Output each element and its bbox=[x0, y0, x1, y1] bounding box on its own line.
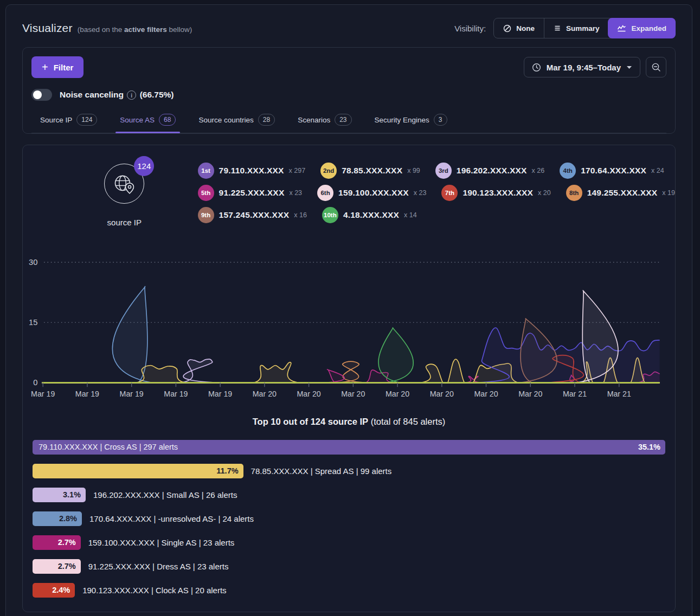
breakdown-bar[interactable]: 3.1% bbox=[33, 488, 86, 502]
plus-icon: + bbox=[42, 62, 48, 73]
visibility-option-summary[interactable]: Summary bbox=[544, 18, 609, 38]
legend-item-157-245-xxx-xxx[interactable]: 9th157.245.XXX.XXXx 16 bbox=[198, 207, 307, 223]
visibility-label: Visibility: bbox=[454, 24, 486, 33]
legend-item-170-64-xxx-xxx[interactable]: 4th170.64.XXX.XXXx 24 bbox=[560, 163, 664, 179]
x-axis-label: Mar 20 bbox=[518, 390, 542, 398]
legend-count: x 24 bbox=[651, 167, 664, 174]
header: Visualizer (based on the active filters … bbox=[6, 5, 692, 45]
breakdown-bar[interactable]: 2.7% bbox=[33, 559, 81, 574]
tab-label: Source AS bbox=[120, 116, 155, 124]
legend-item-190-123-xxx-xxx[interactable]: 7th190.123.XXX.XXXx 20 bbox=[441, 185, 550, 201]
chart-panel: 124 source IP 1st79.110.XXX.XXXx 2972nd7… bbox=[22, 145, 676, 612]
legend-count: x 20 bbox=[538, 189, 551, 197]
rank-badge: 5th bbox=[198, 185, 214, 201]
entity-block: 124 source IP bbox=[93, 156, 156, 227]
rank-badge: 9th bbox=[198, 207, 214, 223]
visibility-option-expanded[interactable]: Expanded bbox=[608, 18, 676, 38]
legend-ip: 190.123.XXX.XXX bbox=[463, 188, 533, 198]
tab-label: Source countries bbox=[198, 116, 253, 124]
breakdown-bar[interactable]: 2.4% bbox=[33, 583, 75, 598]
legend-count: x 14 bbox=[404, 211, 417, 219]
rank-badge: 1st bbox=[198, 163, 214, 179]
rank-badge: 4th bbox=[560, 163, 576, 179]
legend-item-4-18-xxx-xxx[interactable]: 10th4.18.XXX.XXXx 14 bbox=[322, 207, 417, 223]
breakdown-bar[interactable]: 2.7% bbox=[33, 535, 81, 550]
legend-item-159-100-xxx-xxx[interactable]: 6th159.100.XXX.XXXx 23 bbox=[317, 185, 426, 201]
date-range-label: Mar 19, 9:45–Today bbox=[547, 63, 621, 72]
list-icon bbox=[554, 24, 561, 32]
entity-label: source IP bbox=[93, 218, 156, 227]
legend-ip: 157.245.XXX.XXX bbox=[219, 210, 290, 220]
bar-label: 159.100.XXX.XXX | Single AS | 23 alerts bbox=[88, 538, 235, 547]
legend-ip: 79.110.XXX.XXX bbox=[219, 166, 284, 176]
x-axis-label: Mar 19 bbox=[31, 390, 55, 398]
timeline-chart: 01530Mar 19Mar 19Mar 19Mar 19Mar 19Mar 2… bbox=[23, 241, 675, 401]
visibility-option-none[interactable]: None bbox=[494, 18, 544, 38]
breakdown-bars: 79.110.XXX.XXX | Cross AS | 297 alerts35… bbox=[23, 440, 675, 598]
tab-label: Source IP bbox=[40, 116, 72, 124]
x-axis-label: Mar 20 bbox=[386, 390, 409, 398]
breakdown-row: 2.7%159.100.XXX.XXX | Single AS | 23 ale… bbox=[33, 535, 665, 550]
tab-label: Scenarios bbox=[298, 116, 330, 124]
x-axis-label: Mar 19 bbox=[208, 390, 232, 398]
noise-canceling-toggle[interactable] bbox=[31, 89, 52, 101]
main-panel: Visualizer (based on the active filters … bbox=[5, 4, 692, 616]
breakdown-row: 11.7%78.85.XXX.XXX | Spread AS | 99 aler… bbox=[33, 464, 665, 478]
bar-percentage: 2.7% bbox=[58, 538, 76, 547]
clock-icon bbox=[532, 63, 541, 72]
legend-count: x 26 bbox=[532, 167, 545, 174]
zoom-out-icon bbox=[651, 62, 662, 73]
x-axis-label: Mar 20 bbox=[297, 390, 321, 398]
breakdown-bar[interactable]: 11.7% bbox=[33, 464, 243, 478]
legend-ip: 4.18.XXX.XXX bbox=[343, 210, 399, 220]
rank-badge: 2nd bbox=[320, 163, 337, 179]
rank-badge: 3rd bbox=[435, 163, 452, 179]
noise-canceling-value: (66.75%) bbox=[140, 90, 174, 99]
breakdown-row: 79.110.XXX.XXX | Cross AS | 297 alerts35… bbox=[33, 440, 665, 455]
legend-ip: 91.225.XXX.XXX bbox=[219, 188, 285, 198]
legend-item-78-85-xxx-xxx[interactable]: 2nd78.85.XXX.XXXx 99 bbox=[320, 163, 420, 179]
legend-ip: 170.64.XXX.XXX bbox=[581, 166, 646, 176]
rank-badge: 8th bbox=[566, 185, 582, 201]
page-title: Visualizer bbox=[22, 22, 73, 35]
tab-source-countries[interactable]: Source countries28 bbox=[197, 109, 276, 133]
bar-label: 190.123.XXX.XXX | Clock AS | 20 alerts bbox=[82, 586, 226, 595]
tab-source-as[interactable]: Source AS68 bbox=[119, 109, 177, 133]
x-axis-label: Mar 20 bbox=[430, 390, 454, 398]
legend-count: x 23 bbox=[414, 189, 427, 197]
legend-ip: 78.85.XXX.XXX bbox=[342, 166, 402, 176]
legend-count: x 297 bbox=[289, 167, 306, 174]
tab-security-engines[interactable]: Security Engines3 bbox=[374, 109, 448, 133]
breakdown-row: 2.8%170.64.XXX.XXX | -unresolved AS- | 2… bbox=[33, 511, 665, 526]
x-axis-label: Mar 20 bbox=[341, 390, 365, 398]
entity-count-badge: 124 bbox=[134, 156, 154, 176]
date-range-button[interactable]: Mar 19, 9:45–Today bbox=[524, 57, 640, 77]
legend-item-91-225-xxx-xxx[interactable]: 5th91.225.XXX.XXXx 23 bbox=[198, 185, 303, 201]
legend-count: x 99 bbox=[407, 167, 420, 174]
rank-badge: 6th bbox=[317, 185, 333, 201]
search-button[interactable] bbox=[646, 57, 666, 77]
none-icon bbox=[503, 24, 511, 33]
line-chart-icon bbox=[617, 24, 626, 32]
tab-source-ip[interactable]: Source IP124 bbox=[39, 109, 98, 133]
tab-scenarios[interactable]: Scenarios23 bbox=[297, 109, 352, 133]
x-axis-label: Mar 21 bbox=[607, 390, 631, 398]
bar-percentage: 2.7% bbox=[58, 562, 76, 570]
y-axis-label: 15 bbox=[29, 318, 37, 327]
add-filter-button[interactable]: + Filter bbox=[31, 56, 84, 78]
legend-count: x 23 bbox=[289, 189, 302, 197]
info-icon[interactable]: i bbox=[127, 90, 136, 100]
bar-percentage: 3.1% bbox=[63, 490, 81, 499]
breakdown-bar[interactable]: 79.110.XXX.XXX | Cross AS | 297 alerts35… bbox=[33, 440, 665, 455]
bar-label: 196.202.XXX.XXX | Small AS | 26 alerts bbox=[93, 490, 237, 500]
toggle-knob bbox=[33, 90, 42, 99]
bar-label: 79.110.XXX.XXX | Cross AS | 297 alerts bbox=[38, 443, 178, 451]
legend-item-149-255-xxx-xxx[interactable]: 8th149.255.XXX.XXXx 19 bbox=[566, 185, 675, 201]
breakdown-bar[interactable]: 2.8% bbox=[33, 511, 82, 526]
tab-count-badge: 68 bbox=[159, 114, 176, 126]
bar-percentage: 11.7% bbox=[216, 466, 238, 475]
y-axis-label: 0 bbox=[33, 378, 37, 387]
legend-count: x 16 bbox=[294, 211, 307, 219]
legend-item-196-202-xxx-xxx[interactable]: 3rd196.202.XXX.XXXx 26 bbox=[435, 163, 544, 179]
legend-item-79-110-xxx-xxx[interactable]: 1st79.110.XXX.XXXx 297 bbox=[198, 163, 306, 179]
